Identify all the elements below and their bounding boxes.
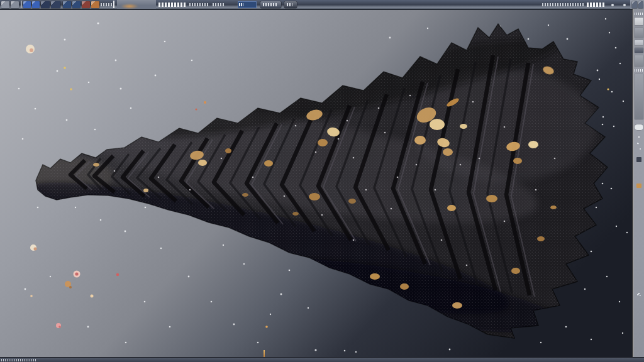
panel-icon-dark[interactable] (636, 157, 641, 162)
panel-row-dark[interactable] (635, 48, 643, 53)
tool-icon-preview[interactable] (51, 1, 60, 8)
tool-icon-select[interactable] (1, 1, 9, 8)
panel-section-3[interactable] (635, 74, 643, 119)
toolbar-button-2[interactable] (284, 1, 297, 8)
panel-section-1[interactable] (635, 28, 643, 38)
tool-icon-blue-2[interactable] (32, 1, 40, 8)
tool-icon-lightblue-1[interactable] (63, 1, 71, 8)
panel-ruler-ticks-2 (635, 69, 643, 72)
top-toolbar (0, 0, 644, 10)
toolbar-text-marks-4 (213, 3, 225, 6)
tool-icon-navy[interactable] (41, 1, 50, 8)
toolbar-text-marks-3 (189, 3, 209, 6)
panel-button-top[interactable] (635, 18, 643, 25)
tool-icon-blue-1[interactable] (23, 1, 31, 8)
tool-icon-lightblue-2[interactable] (72, 1, 80, 8)
tool-icon-right-2[interactable] (638, 1, 643, 8)
panel-section-2[interactable] (635, 55, 643, 67)
toolbar-dot-1 (611, 4, 614, 6)
right-side-panel[interactable] (633, 9, 644, 357)
panel-dot-small (635, 293, 643, 296)
panel-button-oval[interactable] (635, 124, 643, 130)
toolbar-field-active[interactable] (238, 1, 257, 8)
toolbar-text-marks-5 (542, 3, 585, 6)
toolbar-warm-glow (121, 4, 138, 9)
tool-icon-right-1[interactable] (632, 1, 637, 8)
application-window (0, 0, 644, 362)
panel-button-light[interactable] (635, 40, 643, 45)
bottom-status-bar (0, 357, 644, 362)
3d-viewport[interactable] (0, 10, 644, 357)
toolbar-button-1[interactable] (260, 1, 281, 8)
toolbar-text-marks-2 (158, 3, 186, 7)
tool-icon-orange[interactable] (91, 1, 99, 8)
tool-icon-move[interactable] (11, 1, 19, 8)
scale-ticks (1, 359, 36, 361)
viewport-scene (0, 10, 644, 357)
panel-swatch-orange[interactable] (636, 184, 641, 188)
toolbar-separator-1 (21, 1, 22, 8)
toolbar-text-marks-1 (101, 3, 112, 6)
tool-icon-red[interactable] (82, 1, 90, 8)
toolbar-dot-2 (623, 4, 626, 6)
panel-dots (635, 134, 643, 151)
toolbar-cursor-bar (113, 1, 114, 8)
panel-ruler-ticks (635, 13, 643, 15)
toolbar-text-marks-6 (587, 3, 606, 7)
